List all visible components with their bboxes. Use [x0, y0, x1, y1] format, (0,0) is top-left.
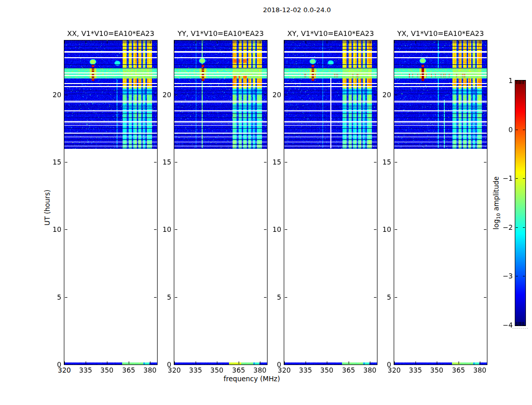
spectrogram-canvas-xy: [284, 40, 377, 364]
colorbar-minor-tick: [518, 322, 518, 326]
x-tick-mark: [370, 41, 370, 44]
colorbar-dotted-edge: [523, 328, 523, 329]
x-tick-mark: [196, 361, 196, 364]
y-tick-label: 20: [153, 90, 171, 99]
y-tick-mark: [65, 364, 67, 365]
colorbar-dotted-edge: [525, 328, 525, 329]
x-tick-label: 365: [122, 366, 135, 374]
colorbar-tick-mark: [523, 227, 525, 228]
colorbar-minor-tick: [522, 322, 522, 326]
y-tick-mark: [285, 297, 287, 298]
colorbar-tick-label: −1: [493, 174, 513, 183]
panel-title-yx: YX, V1*V10=EA10*EA23: [397, 29, 484, 37]
y-tick-label: 15: [373, 157, 391, 167]
x-tick-mark: [217, 361, 217, 364]
colorbar-dotted-edge: [513, 328, 513, 329]
x-tick-label: 350: [320, 366, 333, 374]
x-tick-label: 350: [100, 366, 113, 374]
colorbar-tick-label: −2: [493, 223, 513, 232]
x-tick-mark: [349, 41, 349, 44]
y-tick-label: 20: [373, 90, 391, 99]
colorbar-tick-mark: [523, 178, 525, 179]
colorbar-minor-tick: [520, 80, 521, 84]
y-tick-mark: [484, 95, 486, 95]
colorbar-tick-mark: [516, 178, 518, 179]
colorbar-dotted-edge: [517, 328, 517, 329]
y-tick-mark: [65, 162, 67, 163]
colorbar-minor-tick: [519, 322, 520, 326]
spectrogram-canvas-yy: [174, 40, 267, 364]
spectrogram-canvas-xx: [64, 40, 157, 364]
x-tick-mark: [459, 41, 459, 44]
x-tick-mark: [174, 41, 175, 44]
colorbar-gradient: [515, 80, 525, 326]
x-tick-label: 350: [430, 366, 443, 374]
y-tick-label: 15: [43, 157, 61, 167]
y-tick-mark: [65, 297, 67, 298]
x-tick-label: 350: [210, 366, 223, 374]
x-tick-mark: [260, 361, 260, 364]
y-tick-mark: [175, 95, 177, 95]
x-tick-mark: [174, 361, 175, 364]
y-tick-mark: [285, 162, 287, 163]
x-tick-label: 365: [452, 366, 465, 374]
colorbar-tick-label: 1: [493, 76, 513, 85]
y-tick-mark: [395, 162, 397, 163]
x-tick-mark: [86, 41, 86, 44]
colorbar-minor-tick: [522, 80, 522, 84]
x-tick-mark: [327, 361, 327, 364]
x-tick-mark: [437, 41, 437, 44]
x-tick-mark: [459, 361, 459, 364]
y-tick-mark: [65, 229, 67, 230]
x-tick-mark: [394, 361, 395, 364]
x-tick-mark: [196, 41, 196, 44]
panel-title-xy: XY, V1*V10=EA10*EA23: [287, 29, 374, 37]
x-tick-label: 380: [473, 366, 486, 374]
y-tick-label: 0: [43, 360, 61, 369]
y-tick-mark: [395, 95, 397, 95]
x-tick-mark: [217, 41, 217, 44]
x-tick-mark: [437, 361, 437, 364]
colorbar-dotted-edge: [515, 328, 515, 329]
colorbar-label: log10 amplitude: [492, 176, 502, 229]
colorbar-minor-tick: [523, 322, 524, 326]
y-tick-label: 10: [43, 225, 61, 234]
x-tick-mark: [415, 361, 416, 364]
x-tick-mark: [107, 41, 107, 44]
colorbar-dotted-edge: [519, 328, 519, 329]
x-tick-mark: [327, 41, 327, 44]
figure: 2018-12-02 0.0-24.0 UT (hours) frequency…: [0, 0, 532, 405]
x-tick-mark: [107, 361, 107, 364]
y-tick-mark: [484, 364, 486, 365]
figure-title: 2018-12-02 0.0-24.0: [263, 6, 331, 14]
x-axis-label: frequency (MHz): [223, 375, 280, 383]
colorbar-dotted-edge: [521, 328, 521, 329]
y-tick-mark: [175, 162, 177, 163]
x-tick-label: 335: [79, 366, 92, 374]
x-tick-mark: [129, 361, 129, 364]
colorbar-minor-tick: [516, 322, 517, 326]
x-tick-mark: [260, 41, 260, 44]
y-tick-mark: [285, 229, 287, 230]
y-tick-label: 0: [373, 360, 391, 369]
y-tick-label: 10: [153, 225, 171, 234]
x-tick-mark: [306, 361, 306, 364]
y-tick-label: 15: [263, 157, 281, 167]
x-tick-mark: [415, 41, 416, 44]
y-tick-mark: [175, 364, 177, 365]
x-tick-mark: [64, 361, 65, 364]
colorbar-minor-tick: [520, 322, 521, 326]
y-tick-mark: [175, 229, 177, 230]
y-tick-mark: [484, 162, 486, 163]
y-tick-label: 20: [263, 90, 281, 99]
y-tick-mark: [484, 297, 486, 298]
x-tick-mark: [129, 41, 129, 44]
y-tick-mark: [285, 364, 287, 365]
y-tick-mark: [484, 229, 486, 230]
x-tick-mark: [480, 41, 480, 44]
x-tick-mark: [150, 41, 150, 44]
x-tick-mark: [150, 361, 150, 364]
x-tick-mark: [370, 361, 370, 364]
x-tick-mark: [86, 361, 86, 364]
panel-title-xx: XX, V1*V10=EA10*EA23: [67, 29, 154, 37]
